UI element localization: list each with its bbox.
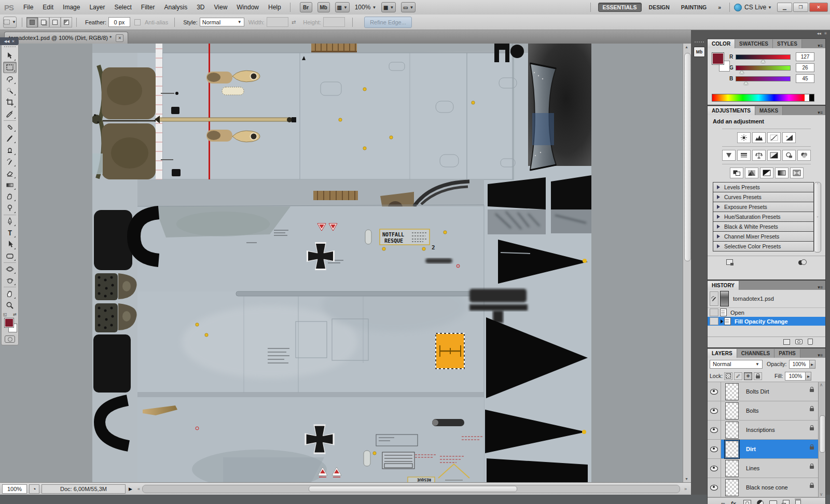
zoom-level-control[interactable]: 100%▼ bbox=[355, 4, 377, 11]
screen-mode-button[interactable]: ▭▼ bbox=[401, 2, 416, 12]
scroll-right-icon[interactable]: » bbox=[684, 486, 687, 492]
blue-slider[interactable] bbox=[736, 76, 791, 81]
lock-transparent-pixels-icon[interactable] bbox=[724, 372, 732, 380]
layer-thumbnail[interactable] bbox=[725, 402, 739, 419]
lock-all-icon[interactable] bbox=[754, 372, 762, 380]
red-slider[interactable] bbox=[736, 54, 791, 60]
arrange-documents-button[interactable]: ▦▼ bbox=[381, 2, 396, 12]
color-balance-icon[interactable] bbox=[752, 150, 766, 161]
scroll-up-icon[interactable]: ▲ bbox=[685, 45, 688, 49]
menu-layer[interactable]: Layer bbox=[85, 0, 109, 15]
history-source-well[interactable] bbox=[710, 317, 718, 325]
posterize-icon[interactable] bbox=[745, 167, 758, 178]
preset-selective-color[interactable]: Selective Color Presets bbox=[713, 241, 814, 251]
gradient-map-icon[interactable] bbox=[775, 167, 789, 178]
panel-menu-icon[interactable]: ▾≡ bbox=[815, 285, 825, 290]
new-adjustment-layer-icon[interactable] bbox=[757, 500, 764, 504]
refine-edge-button[interactable]: Refine Edge... bbox=[364, 17, 412, 28]
layer-thumbnail[interactable] bbox=[725, 460, 739, 477]
spot-healing-brush-tool[interactable] bbox=[3, 121, 17, 133]
swap-colors-icon[interactable]: ⇄ bbox=[13, 312, 17, 317]
dock-menu-icon[interactable]: ≡ bbox=[824, 31, 827, 36]
canvas-area[interactable]: NOTFALL RESQUE 2 bbox=[0, 44, 691, 482]
lock-image-pixels-icon[interactable]: 🖉 bbox=[734, 372, 742, 380]
rectangular-marquee-tool[interactable] bbox=[3, 62, 17, 73]
workspace-painting[interactable]: PAINTING bbox=[677, 3, 711, 11]
document-close-icon[interactable]: ✕ bbox=[116, 34, 123, 42]
visibility-toggle[interactable] bbox=[708, 440, 721, 458]
green-value[interactable]: 26 bbox=[796, 63, 814, 72]
3d-camera-rotate-tool[interactable] bbox=[3, 275, 17, 286]
foreground-color-swatch[interactable] bbox=[4, 318, 14, 328]
close-button[interactable]: ✕ bbox=[809, 3, 828, 12]
layer-thumbnail[interactable] bbox=[725, 441, 739, 458]
menu-3d[interactable]: 3D bbox=[192, 0, 209, 15]
preset-curves[interactable]: Curves Presets bbox=[713, 192, 814, 202]
visibility-toggle[interactable] bbox=[708, 421, 721, 439]
launch-bridge-button[interactable]: Br bbox=[300, 2, 312, 12]
tab-scroll-widget[interactable]: ◀◀✕ bbox=[0, 37, 19, 45]
new-group-icon[interactable] bbox=[769, 500, 777, 504]
panel-grip[interactable] bbox=[4, 46, 16, 50]
mini-bridge-panel-icon[interactable]: Mb bbox=[694, 47, 705, 57]
type-tool[interactable]: T bbox=[3, 227, 17, 239]
style-select[interactable]: Normal▼ bbox=[200, 18, 244, 26]
layer-thumbnail[interactable] bbox=[725, 383, 739, 400]
vibrance-icon[interactable] bbox=[722, 150, 736, 161]
vertical-scroll-thumb[interactable] bbox=[684, 53, 691, 261]
new-snapshot-icon[interactable] bbox=[795, 339, 803, 345]
curves-icon[interactable] bbox=[767, 132, 781, 143]
hand-tool[interactable] bbox=[3, 288, 17, 299]
selective-color-icon[interactable] bbox=[790, 167, 804, 178]
hue-saturation-icon[interactable] bbox=[737, 150, 751, 161]
tool-preset-picker[interactable]: ▼ bbox=[3, 17, 17, 28]
tab-styles[interactable]: STYLES bbox=[773, 39, 802, 48]
tab-color[interactable]: COLOR bbox=[708, 39, 735, 48]
new-layer-icon[interactable] bbox=[783, 500, 790, 504]
menu-edit[interactable]: Edit bbox=[38, 0, 58, 15]
color-spectrum-ramp[interactable] bbox=[712, 94, 814, 102]
menu-window[interactable]: Window bbox=[232, 0, 264, 15]
cs-live-button[interactable]: CS Live▼ bbox=[734, 4, 772, 11]
history-brush-tool[interactable] bbox=[3, 156, 17, 167]
selection-mode-intersect[interactable] bbox=[61, 17, 72, 27]
gradient-tool[interactable] bbox=[3, 179, 17, 191]
zoom-field[interactable]: 100% bbox=[2, 484, 27, 494]
dodge-tool[interactable] bbox=[3, 202, 17, 214]
smudge-tool[interactable] bbox=[3, 191, 17, 202]
menu-view[interactable]: View bbox=[210, 0, 232, 15]
canvas-horizontal-scrollbar[interactable] bbox=[142, 485, 680, 493]
expanded-view-icon[interactable] bbox=[726, 259, 733, 266]
clone-stamp-tool[interactable] bbox=[3, 144, 17, 156]
brightness-contrast-icon[interactable] bbox=[737, 132, 751, 143]
presets-scrollbar[interactable]: ⌃⌄ bbox=[814, 182, 821, 253]
layer-row-inscriptions[interactable]: Inscriptions bbox=[708, 421, 825, 440]
visibility-toggle[interactable] bbox=[708, 401, 721, 420]
panel-menu-icon[interactable]: ▾≡ bbox=[815, 110, 825, 115]
tab-paths[interactable]: PATHS bbox=[774, 349, 800, 358]
tab-channels[interactable]: CHANNELS bbox=[737, 349, 775, 358]
canvas-vertical-scrollbar[interactable]: ▲ ▼ bbox=[683, 44, 691, 482]
panel-grip[interactable] bbox=[695, 41, 704, 43]
history-source-well[interactable] bbox=[710, 309, 718, 316]
layer-thumbnail[interactable] bbox=[725, 479, 739, 496]
path-selection-tool[interactable] bbox=[3, 239, 17, 250]
lasso-tool[interactable] bbox=[3, 73, 17, 85]
layer-row-lines[interactable]: Lines bbox=[708, 459, 825, 478]
new-document-from-state-icon[interactable] bbox=[783, 339, 790, 346]
opacity-value[interactable]: 100% bbox=[789, 360, 810, 369]
red-value[interactable]: 127 bbox=[796, 52, 814, 61]
menu-help[interactable]: Help bbox=[264, 0, 286, 15]
workspace-overflow[interactable]: » bbox=[714, 3, 725, 11]
layers-scrollbar[interactable]: ᐱ ᐯ bbox=[818, 382, 825, 497]
preset-hue-saturation[interactable]: Hue/Saturation Presets bbox=[713, 212, 814, 222]
crop-tool[interactable] bbox=[3, 96, 17, 108]
collapse-panels-icon[interactable]: ◂◂ bbox=[817, 31, 821, 36]
status-menu-arrow-icon[interactable]: ▶ bbox=[129, 486, 132, 492]
red-slider-marker[interactable] bbox=[761, 60, 765, 63]
history-state-open[interactable]: Open bbox=[708, 308, 825, 317]
lock-position-icon[interactable]: ✥ bbox=[744, 372, 752, 380]
delete-state-icon[interactable] bbox=[808, 339, 813, 346]
selection-mode-subtract[interactable] bbox=[49, 17, 61, 27]
panel-menu-icon[interactable]: ▾≡ bbox=[815, 353, 825, 358]
